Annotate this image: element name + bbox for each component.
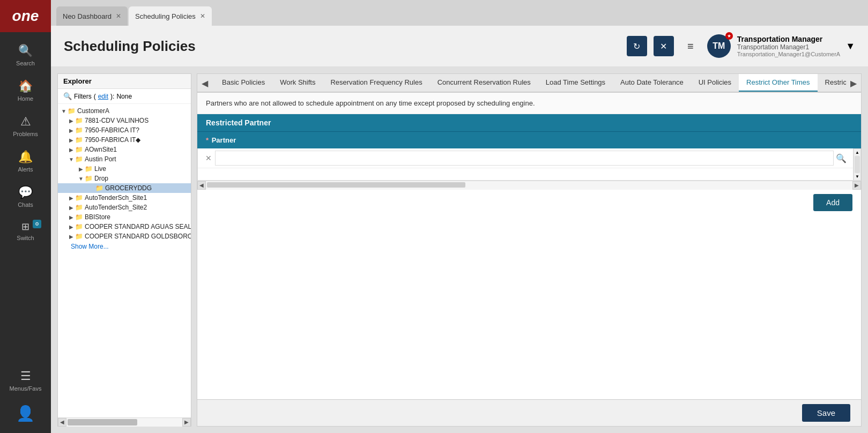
main-panel: ◀ Basic Policies Work Shifts Reservation… — [197, 73, 862, 427]
horizontal-scrollbar[interactable]: ◀ ▶ — [197, 181, 861, 189]
h-scroll-right[interactable]: ▶ — [852, 181, 861, 190]
tab-restrict-n[interactable]: Restrict N... — [818, 74, 846, 92]
chats-icon: 💬 — [18, 185, 33, 199]
tree-item-aownsite1[interactable]: ▶ 📁 AOwnSite1 — [58, 145, 191, 154]
tab-neo-dashboard[interactable]: Neo Dashboard ✕ — [56, 6, 128, 26]
tree-item-autotender2[interactable]: ▶ 📁 AutoTenderSch_Site2 — [58, 203, 191, 212]
page-title: Scheduling Policies — [64, 38, 196, 55]
menus-icon: ☰ — [20, 369, 31, 383]
folder-icon: 📁 — [68, 107, 76, 115]
folder-icon: 📁 — [75, 223, 83, 230]
tab-scheduling-policies[interactable]: Scheduling Policies ✕ — [129, 6, 212, 26]
user-email: Transportation_Manager1@CustomerA — [737, 51, 840, 57]
h-scroll-track[interactable] — [206, 181, 852, 190]
description-text: Partners who are not allowed to schedule… — [197, 93, 861, 114]
sidebar-item-switch[interactable]: ⊞ ⚙ Switch — [0, 214, 51, 248]
folder-icon: 📁 — [75, 233, 83, 240]
tab-reservation-frequency[interactable]: Reservation Frequency Rules — [323, 74, 429, 92]
folder-icon: 📁 — [75, 204, 83, 211]
tab-concurrent-reservation[interactable]: Concurrent Reservation Rules — [430, 74, 538, 92]
tree-item-7950b[interactable]: ▶ 📁 7950-FABRICA IT◆ — [58, 135, 191, 145]
tab-restrict-other-times[interactable]: Restrict Other Times — [739, 74, 817, 92]
alerts-icon: 🔔 — [18, 150, 33, 164]
close-button[interactable]: ✕ — [654, 36, 674, 56]
tab-auto-date[interactable]: Auto Date Tolerance — [613, 74, 691, 92]
tab-load-time[interactable]: Load Time Settings — [538, 74, 613, 92]
problems-icon: ⚠ — [20, 115, 31, 129]
tab-neo-dashboard-label: Neo Dashboard — [63, 12, 112, 20]
show-more-link[interactable]: Show More... — [58, 241, 191, 252]
menu-button[interactable]: ≡ — [680, 36, 701, 56]
table-row: ✕ 🔍 — [198, 148, 853, 168]
save-button[interactable]: Save — [802, 404, 850, 422]
folder-icon: 📁 — [75, 194, 83, 201]
tree-item-bbistore[interactable]: ▶ 📁 BBIStore — [58, 212, 191, 222]
tree-item-autotender1[interactable]: ▶ 📁 AutoTenderSch_Site1 — [58, 193, 191, 203]
user-text: Transportation Manager Transportation Ma… — [737, 35, 840, 57]
sidebar-item-problems[interactable]: ⚠ Problems — [0, 108, 51, 144]
restricted-section: Restricted Partner * Partner ✕ — [197, 114, 861, 215]
sidebar-item-home[interactable]: 🏠 Home — [0, 73, 51, 108]
scroll-track[interactable] — [66, 418, 182, 427]
section-header: Restricted Partner — [197, 114, 861, 131]
tab-work-shifts[interactable]: Work Shifts — [272, 74, 323, 92]
scroll-thumb — [68, 419, 137, 425]
tab-neo-dashboard-close[interactable]: ✕ — [116, 12, 121, 20]
tab-ui-policies[interactable]: UI Policies — [691, 74, 739, 92]
tree-item-live[interactable]: ▶ 📁 Live — [58, 164, 191, 174]
scroll-down-arrow[interactable]: ▼ — [855, 174, 859, 180]
inner-tab-nav: Basic Policies Work Shifts Reservation F… — [212, 74, 846, 92]
tree-item-austin-port[interactable]: ▼ 📁 Austin Port — [58, 154, 191, 164]
tree-item-7950a[interactable]: ▶ 📁 7950-FABRICA IT? — [58, 125, 191, 135]
row-delete-button[interactable]: ✕ — [202, 154, 215, 162]
add-button[interactable]: Add — [813, 194, 852, 211]
folder-icon: 📁 — [75, 155, 83, 163]
tab-basic-policies[interactable]: Basic Policies — [214, 74, 272, 92]
scroll-thumb-vertical — [855, 156, 860, 173]
content-area: Explorer 🔍 Filters (edit): None ▼ 📁 Cust… — [51, 67, 868, 433]
app-logo: one — [0, 0, 51, 32]
tree-item-groceryddg[interactable]: 📁 GROCERYDDG — [58, 183, 191, 193]
sidebar-item-user-avatar[interactable]: 👤 — [0, 398, 51, 429]
user-name: Transportation Manager — [737, 35, 840, 43]
table-body: ✕ 🔍 — [197, 148, 854, 181]
sidebar-item-alerts[interactable]: 🔔 Alerts — [0, 144, 51, 179]
partner-input[interactable] — [215, 151, 834, 166]
scroll-left-arrow[interactable]: ◀ — [58, 418, 66, 427]
filter-edit-link[interactable]: edit — [98, 93, 108, 100]
sidebar-item-chats[interactable]: 💬 Chats — [0, 179, 51, 214]
user-dropdown-button[interactable]: ▼ — [845, 41, 855, 52]
table-body-container: ✕ 🔍 ▲ ▼ — [197, 148, 861, 181]
h-scroll-left[interactable]: ◀ — [197, 181, 206, 190]
scroll-up-arrow[interactable]: ▲ — [855, 149, 859, 155]
explorer-filter: 🔍 Filters (edit): None — [58, 89, 191, 104]
search-icon: 🔍 — [18, 44, 33, 58]
vertical-scrollbar[interactable]: ▲ ▼ — [854, 148, 861, 181]
refresh-button[interactable]: ↻ — [627, 36, 647, 56]
explorer-scrollbar[interactable]: ◀ ▶ — [58, 417, 191, 426]
tree-item-cooper2[interactable]: ▶ 📁 COOPER STANDARD GOLDSBORO — [58, 232, 191, 241]
tree-item-cooper1[interactable]: ▶ 📁 COOPER STANDARD AGUAS SEALING (: — [58, 222, 191, 232]
tree-item-7881[interactable]: ▶ 📁 7881-CDV VALINHOS — [58, 116, 191, 125]
home-icon: 🏠 — [18, 79, 33, 93]
folder-icon: 📁 — [85, 165, 93, 173]
tab-scheduling-policies-close[interactable]: ✕ — [200, 12, 205, 20]
folder-icon: 📁 — [75, 213, 83, 221]
tree-item-drop[interactable]: ▼ 📁 Drop — [58, 174, 191, 183]
tab-left-arrow[interactable]: ◀ — [197, 75, 212, 92]
header-right: ↻ ✕ ≡ TM ★ Transportation Manager Transp… — [627, 34, 855, 58]
tab-right-arrow[interactable]: ▶ — [846, 75, 861, 92]
folder-icon: 📁 — [75, 117, 83, 124]
explorer-header: Explorer — [58, 74, 191, 89]
bottom-bar: Save — [197, 399, 861, 426]
filter-icon: 🔍 — [63, 92, 72, 100]
scroll-right-arrow[interactable]: ▶ — [182, 418, 191, 427]
folder-icon: 📁 — [75, 136, 83, 144]
sidebar-item-menus[interactable]: ☰ Menus/Favs — [0, 363, 51, 398]
partner-search-icon[interactable]: 🔍 — [834, 151, 849, 166]
notification-badge: TM ★ — [707, 34, 731, 58]
sidebar-item-search[interactable]: 🔍 Search — [0, 38, 51, 73]
tree-item-customerA[interactable]: ▼ 📁 CustomerA — [58, 106, 191, 116]
folder-icon: 📁 — [75, 146, 83, 153]
inner-tab-bar: ◀ Basic Policies Work Shifts Reservation… — [197, 74, 861, 93]
